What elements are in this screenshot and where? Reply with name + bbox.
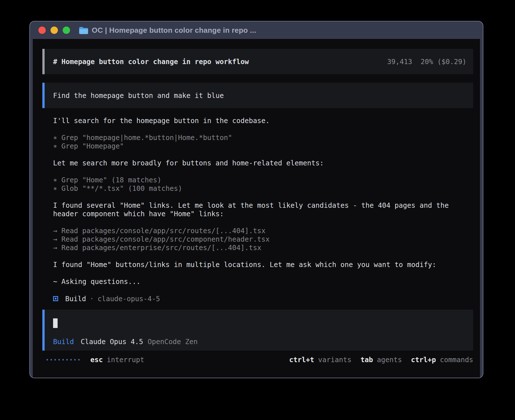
shortcut-key: esc (90, 356, 103, 364)
transcript-line: ∗ Grep "Home" (18 matches) (53, 176, 473, 184)
transcript-blank-line (53, 150, 473, 159)
minimize-button[interactable] (51, 27, 58, 34)
context-cost: 20% ($0.29) (421, 58, 466, 66)
transcript-line: header component which have "Home" links… (53, 210, 473, 218)
transcript-line: ∗ Glob "**/*.tsx" (100 matches) (53, 184, 473, 193)
transcript-line: → Read packages/enterprise/src/routes/[.… (53, 244, 473, 252)
text-cursor (53, 318, 58, 328)
spinner-dot (74, 359, 76, 360)
shortcut-label: agents (377, 356, 402, 364)
transcript-blank-line (53, 286, 473, 294)
session-header: # Homepage button color change in repo w… (42, 49, 473, 74)
spinner-dot (70, 359, 72, 360)
transcript-blank-line (53, 167, 473, 176)
transcript-line: Let me search more broadly for buttons a… (53, 159, 473, 167)
transcript-blank-line (53, 269, 473, 277)
session-title: # Homepage button color change in repo w… (53, 58, 249, 66)
window-title: OC | Homepage button color change in rep… (92, 26, 256, 35)
traffic-lights (38, 27, 70, 34)
transcript-blank-line (53, 252, 473, 261)
agent-badge-icon (53, 296, 58, 301)
spinner-dot (58, 359, 60, 360)
transcript-line: ∗ Grep "Homepage" (53, 142, 473, 150)
spinner-dot (78, 359, 80, 360)
agent-model: claude-opus-4-5 (98, 295, 160, 303)
shortcut-hint-interrupt: esc interrupt (90, 356, 144, 364)
prompt-input[interactable]: Build Claude Opus 4.5 OpenCode Zen (42, 310, 473, 351)
spinner-dot (62, 359, 64, 360)
shortcut-label: commands (440, 356, 473, 364)
shortcut-label: variants (318, 356, 352, 364)
transcript-blank-line (53, 193, 473, 201)
transcript-line: I found "Home" buttons/links in multiple… (53, 261, 473, 269)
shortcut-hint-commands: ctrl+pcommands (411, 356, 473, 364)
spinner-dot (47, 359, 48, 360)
zoom-button[interactable] (63, 27, 70, 34)
status-bar: esc interrupt ctrl+tvariantstabagentsctr… (42, 355, 473, 364)
transcript-line: I found several "Home" links. Let me loo… (53, 201, 473, 210)
transcript-line: → Read packages/console/app/src/routes/[… (53, 227, 473, 235)
transcript-blank-line (53, 218, 473, 227)
terminal-content: # Homepage button color change in repo w… (33, 39, 480, 378)
agent-name: Build (65, 295, 86, 303)
transcript-line: I'll search for the homepage button in t… (53, 117, 473, 125)
input-meta: Build Claude Opus 4.5 OpenCode Zen (53, 337, 466, 346)
folder-icon (79, 27, 88, 34)
token-count: 39,413 (387, 58, 412, 66)
session-stats: 39,413 20% ($0.29) (387, 58, 466, 66)
shortcut-hint-variants: ctrl+tvariants (289, 356, 352, 364)
shortcut-key: tab (361, 356, 373, 364)
statusbar-hints-right: ctrl+tvariantstabagentsctrl+pcommands (289, 356, 473, 364)
agent-status-line: Build · claude-opus-4-5 (42, 294, 473, 303)
input-model-label: Claude Opus 4.5 (81, 338, 143, 346)
shortcut-label: interrupt (107, 356, 144, 364)
status-left: esc interrupt (47, 356, 144, 364)
spinner-dot (66, 359, 68, 360)
spinner-dot (54, 359, 56, 360)
shortcut-key: ctrl+p (411, 356, 436, 364)
terminal-window: OC | Homepage button color change in rep… (29, 21, 483, 378)
transcript-line: ∗ Grep "homepage|home.*button|Home.*butt… (53, 134, 473, 142)
input-mode-label: Build (53, 338, 74, 346)
spinner-dots (47, 359, 80, 360)
user-message: Find the homepage button and make it blu… (42, 83, 473, 108)
close-button[interactable] (38, 27, 46, 34)
shortcut-key: ctrl+t (289, 356, 314, 364)
input-provider-label: OpenCode Zen (148, 338, 198, 346)
transcript: I'll search for the homepage button in t… (42, 117, 473, 294)
transcript-blank-line (53, 125, 473, 134)
titlebar: OC | Homepage button color change in rep… (30, 21, 483, 39)
agent-separator: · (90, 295, 94, 303)
transcript-line: ~ Asking questions... (53, 277, 473, 286)
spinner-dot (51, 359, 52, 360)
shortcut-hint-agents: tabagents (361, 356, 402, 364)
user-message-text: Find the homepage button and make it blu… (53, 91, 224, 100)
transcript-line: → Read packages/console/app/src/componen… (53, 235, 473, 244)
